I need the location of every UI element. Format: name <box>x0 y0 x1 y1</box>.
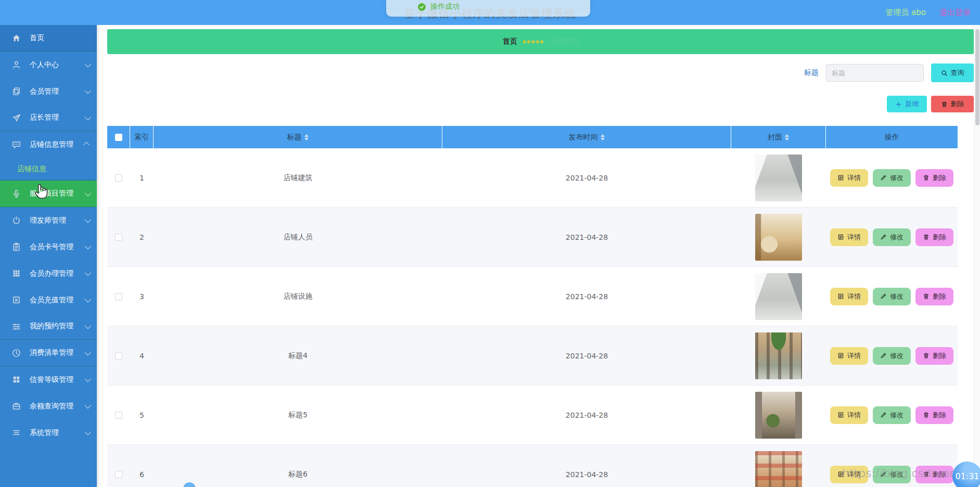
cell-title: 店铺人员 <box>154 233 442 242</box>
logout-link[interactable]: 退出登录 <box>939 8 971 18</box>
table-row: 5 标题5 2021-04-28 详情 修改 删除 <box>107 386 958 445</box>
pen-icon <box>880 234 887 240</box>
sidebar-item-member-handle-mgmt[interactable]: 会员办理管理 <box>0 260 97 287</box>
detail-button[interactable]: 详情 <box>830 347 868 365</box>
row-checkbox[interactable] <box>115 234 122 241</box>
delete-button[interactable]: 删除 <box>915 347 953 365</box>
delete-button[interactable]: 删除 <box>915 288 953 305</box>
detail-button[interactable]: 详情 <box>830 406 868 424</box>
cover-image[interactable] <box>755 273 802 320</box>
edit-button[interactable]: 修改 <box>873 347 911 365</box>
column-header-index[interactable]: 索引 <box>130 126 154 148</box>
pen-icon <box>880 352 887 359</box>
sidebar-item-system-mgmt[interactable]: 系统管理 <box>0 419 97 446</box>
cell-date: 2021-04-28 <box>442 352 731 360</box>
sort-icon[interactable] <box>601 134 605 140</box>
sidebar-item-home[interactable]: 首页 <box>0 25 97 52</box>
table-row: 1 店铺建筑 2021-04-28 详情 修改 删除 <box>107 148 958 208</box>
table-row: 2 店铺人员 2021-04-28 详情 修改 删除 <box>107 208 958 267</box>
sidebar-item-card-mgmt[interactable]: 会员卡号管理 <box>0 234 97 260</box>
query-button[interactable]: 查询 <box>931 63 974 82</box>
vertical-scrollbar[interactable] <box>974 25 980 487</box>
delete-button[interactable]: 删除 <box>915 169 953 187</box>
title-search-input[interactable] <box>826 64 924 82</box>
column-header-date[interactable]: 发布时间 <box>442 126 731 148</box>
sidebar-item-consume-mgmt[interactable]: 消费清单管理 <box>0 340 97 366</box>
grid9-icon <box>11 268 21 278</box>
scrollbar-thumb[interactable] <box>975 29 979 125</box>
cell-date: 2021-04-28 <box>442 470 731 479</box>
sidebar-item-label: 会员卡号管理 <box>30 242 85 252</box>
trash-icon <box>923 174 930 181</box>
row-checkbox[interactable] <box>115 471 122 478</box>
chevron-down-icon <box>85 429 92 435</box>
sidebar-item-balance-mgmt[interactable]: 余额查询管理 <box>0 393 97 419</box>
document-icon <box>837 234 844 240</box>
row-checkbox[interactable] <box>115 293 122 300</box>
select-all-checkbox[interactable] <box>115 134 122 141</box>
column-header-title[interactable]: 标题 <box>154 126 442 148</box>
sidebar-item-shop-info-mgmt[interactable]: 店铺信息管理 <box>0 131 97 158</box>
add-button[interactable]: 新增 <box>887 96 927 112</box>
edit-button[interactable]: 修改 <box>873 169 911 187</box>
document-icon <box>837 412 844 418</box>
column-header-cover[interactable]: 封面 <box>731 126 826 148</box>
document-icon <box>837 352 844 359</box>
document-icon <box>837 174 844 181</box>
cover-image[interactable] <box>755 155 802 201</box>
table-row: 4 标题4 2021-04-28 详情 修改 删除 <box>107 326 958 386</box>
top-header: 基于微信小程序的美发店管理系统 操作成功 管理员 abo 退出登录 <box>0 0 980 25</box>
cover-image[interactable] <box>755 451 802 487</box>
sidebar-item-barber-mgmt[interactable]: 理发师管理 <box>0 207 97 234</box>
recording-timer-bubble[interactable]: 01:31 <box>952 462 980 487</box>
sidebar-subitem-shop-info[interactable]: 店铺信息 <box>0 158 97 181</box>
delete-button[interactable]: 删除 <box>915 406 953 424</box>
table-row: 6 标题6 2021-04-28 详情 修改 删除 <box>107 445 958 487</box>
app: 基于微信小程序的美发店管理系统 操作成功 管理员 abo 退出登录 首页 <box>0 0 980 487</box>
edit-button[interactable]: 修改 <box>873 406 911 424</box>
row-checkbox[interactable] <box>115 352 122 360</box>
current-user-label: 管理员 abo <box>885 8 926 18</box>
edit-button[interactable]: 修改 <box>873 288 911 305</box>
edit-button[interactable]: 修改 <box>873 228 911 246</box>
power-icon <box>11 215 21 225</box>
breadcrumb-home[interactable]: 首页 <box>503 37 517 46</box>
sidebar-item-credit-mgmt[interactable]: 信誉等级管理 <box>0 366 97 393</box>
sidebar-item-appointment-mgmt[interactable]: 我的预约管理 <box>0 313 97 340</box>
cover-image[interactable] <box>755 392 802 439</box>
cell-index: 5 <box>130 411 154 419</box>
chevron-down-icon <box>85 270 92 276</box>
sidebar-item-recharge-mgmt[interactable]: 会员充值管理 <box>0 287 97 313</box>
cell-index: 6 <box>130 470 154 479</box>
add-button-label: 新增 <box>905 99 919 109</box>
cover-image[interactable] <box>755 214 802 261</box>
detail-button[interactable]: 详情 <box>830 288 868 305</box>
batch-delete-button-label: 删除 <box>951 99 964 109</box>
sidebar-item-label: 会员管理 <box>30 87 85 96</box>
trash-icon <box>923 412 930 418</box>
detail-button[interactable]: 详情 <box>830 169 868 187</box>
send-icon <box>11 113 21 123</box>
sidebar-item-member-mgmt[interactable]: 会员管理 <box>0 78 97 105</box>
sort-icon[interactable] <box>785 134 789 140</box>
briefcase-icon <box>11 401 21 411</box>
row-checkbox[interactable] <box>115 174 122 182</box>
cell-date: 2021-04-28 <box>442 292 731 301</box>
chevron-down-icon <box>85 349 92 355</box>
chevron-down-icon <box>85 61 92 68</box>
toast-message: 操作成功 <box>430 2 460 11</box>
main-content: 首页 ***** 店铺信息 标题 查询 <box>97 25 980 487</box>
table-toolbar: 标题 查询 新增 <box>107 63 974 112</box>
sort-icon[interactable] <box>304 134 309 140</box>
delete-button[interactable]: 删除 <box>915 228 953 246</box>
trash-icon <box>923 234 930 240</box>
sidebar-item-personal-center[interactable]: 个人中心 <box>0 52 97 78</box>
batch-delete-button[interactable]: 删除 <box>931 96 974 112</box>
row-checkbox[interactable] <box>115 412 122 419</box>
cell-date: 2021-04-28 <box>442 411 731 419</box>
detail-button[interactable]: 详情 <box>830 228 868 246</box>
sidebar-item-manager-mgmt[interactable]: 店长管理 <box>0 105 97 131</box>
cover-image[interactable] <box>755 332 802 379</box>
pen-icon <box>880 412 887 418</box>
sidebar-item-label: 个人中心 <box>30 60 85 70</box>
